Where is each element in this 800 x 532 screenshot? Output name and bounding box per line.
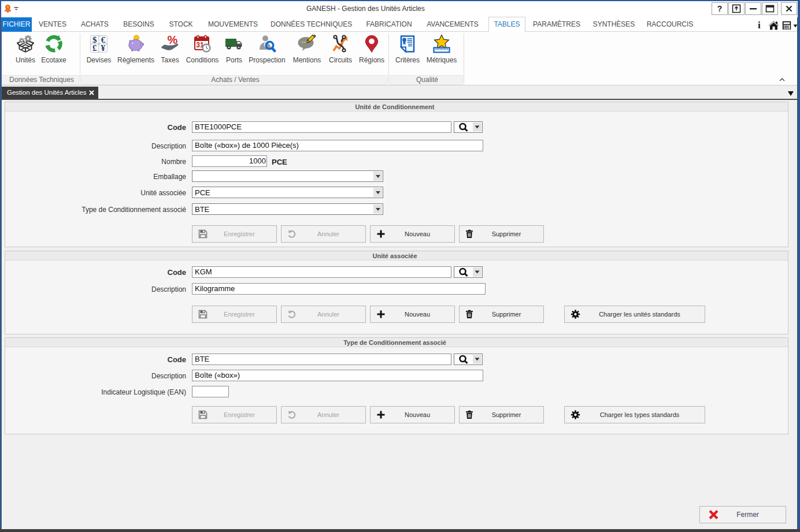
svg-text:£: £ xyxy=(92,43,97,53)
svg-text:?: ? xyxy=(717,4,723,13)
svg-text:¥: ¥ xyxy=(101,43,106,53)
